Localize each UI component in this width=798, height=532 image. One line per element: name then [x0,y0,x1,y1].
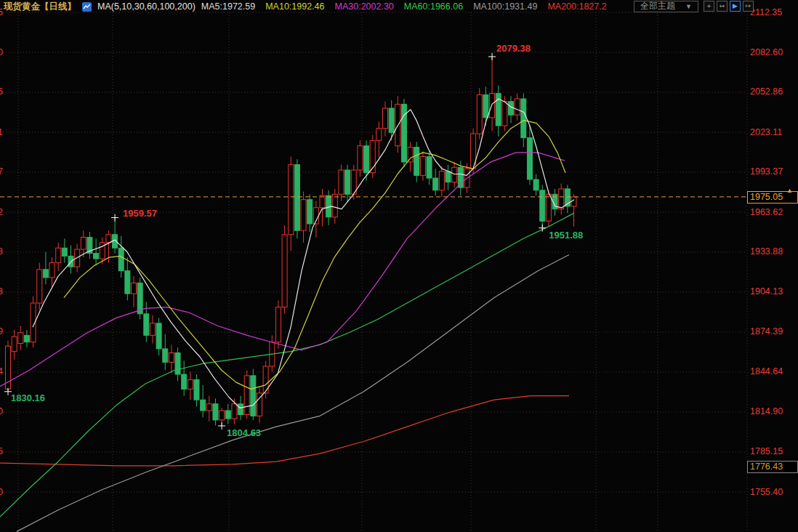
ma-value-label: MA200:1827.2 [547,1,606,12]
play-icon[interactable]: ▶ [730,1,741,12]
extreme-price-annotation: 1830.16 [11,392,45,403]
ma-values-row: MA5:1972.59MA10:1992.46MA30:2002.30MA60:… [201,1,607,12]
secondary-price-label: 1776.43 [747,461,798,473]
candlestick-chart[interactable]: 1830.161959.571804.632079.381951.88 [0,0,798,532]
clipped-left-axis-digit: 8 [0,246,3,257]
clipped-left-axis-digit: 4 [0,366,3,376]
y-axis-label: 1933.88 [750,246,783,257]
y-axis-label: 2052.86 [750,86,783,97]
y-axis-label: 2112.35 [750,7,782,17]
clipped-left-axis-digit: 9 [0,326,3,336]
clipped-left-axis-digit: 0 [0,487,3,497]
theme-selector-label: 全部主题 [640,0,675,12]
kline-icon [82,2,92,12]
ma-value-label: MA60:1966.06 [404,1,463,12]
ma-value-label: MA10:1992.46 [265,1,324,12]
price-up-arrow-icon: ▲ [786,187,793,194]
y-axis-label: 1993.37 [750,166,783,177]
clipped-left-axis-digit: 7 [0,166,3,177]
chart-window: 1830.161959.571804.632079.381951.88 现货黄金… [0,0,798,532]
ma100-line [17,255,569,532]
clipped-left-axis-digit: 0 [0,406,3,416]
theme-selector-button[interactable]: 全部主题 ▼ [634,1,698,12]
clipped-left-axis-digit: 3 [0,286,3,297]
y-axis-label: 1874.39 [750,326,783,336]
ma-value-label: MA100:1931.49 [473,1,537,12]
dropdown-arrow-icon: ▼ [685,3,692,10]
y-axis-label: 1814.90 [750,406,783,416]
y-axis-label: 1904.13 [750,286,783,297]
clipped-left-axis-digit: 2 [0,207,3,217]
extreme-price-annotation: 2079.38 [496,43,531,54]
y-axis-label: 2023.11 [750,127,782,137]
clipped-left-axis-digit: 1 [0,127,3,137]
fit-width-icon[interactable]: ↔ [717,1,728,12]
y-axis-label: 1785.15 [750,446,783,456]
ma200-line [0,396,569,466]
ma-value-label: MA30:2002.30 [335,1,394,12]
ma5-line [33,99,574,408]
ma-settings-label: MA(5,10,30,60,100,200) [97,1,196,12]
crosshair-icon[interactable]: + [704,1,714,12]
symbol-period-title: 现货黄金【日线】 [4,1,76,13]
extreme-price-annotation: 1959.57 [123,208,157,219]
toolbar-icon-group: +↔▶↦ [704,1,754,12]
ma-value-label: MA5:1972.59 [201,1,255,12]
clipped-left-axis-digit: 6 [0,86,3,97]
y-axis-label: 1844.64 [750,366,783,376]
clipped-left-axis-digit: 5 [0,446,3,456]
export-right-icon[interactable]: ↦ [743,1,754,12]
extreme-price-annotation: 1951.88 [549,230,583,241]
ma10-line [64,121,565,390]
y-axis-label: 1755.40 [750,487,783,497]
clipped-left-axis-digit: 0 [0,47,3,57]
chart-header: 现货黄金【日线】 MA(5,10,30,60,100,200) MA5:1972… [4,1,607,12]
y-axis-label: 1963.62 [750,207,783,217]
clipped-left-axis-digit: 5 [0,7,3,17]
extreme-price-annotation: 1804.63 [227,427,261,438]
y-axis-label: 2082.60 [750,47,783,57]
chart-toolbar: 全部主题 ▼ +↔▶↦ [634,0,754,12]
